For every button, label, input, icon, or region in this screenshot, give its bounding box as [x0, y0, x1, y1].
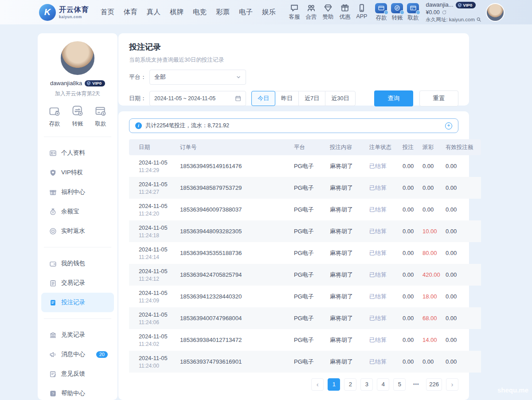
cell-payout: 0.00 — [418, 155, 441, 177]
cell-order-no: 1853639448093282305 — [176, 220, 289, 242]
sponsor-button[interactable]: 赞助 — [322, 4, 333, 21]
page-button[interactable]: 3 — [360, 378, 373, 391]
transfer-icon — [391, 3, 403, 13]
page-button[interactable]: 4 — [377, 378, 389, 391]
bank-icon — [49, 331, 57, 339]
deposit-button[interactable]: 存款 — [375, 3, 387, 22]
nav-link[interactable]: 体育 — [124, 8, 137, 17]
promo-button[interactable]: 优惠 — [339, 4, 350, 21]
cell-valid-amount: 0.00 — [441, 199, 481, 220]
nav-link[interactable]: 彩票 — [216, 8, 230, 17]
plus-circle-icon[interactable]: + — [445, 122, 452, 129]
page-button[interactable]: ••• — [410, 378, 422, 391]
nav-link[interactable]: 首页 — [101, 8, 114, 17]
next-page-button[interactable]: › — [446, 378, 458, 391]
cell-valid-amount: 0.00 — [441, 351, 481, 373]
nav-link[interactable]: 电竞 — [193, 8, 207, 17]
sidebar-item-feedback[interactable]: 意见反馈 — [41, 364, 114, 384]
withdraw-button[interactable]: 取款 — [94, 105, 107, 128]
cell-date: 2024-11-05 11:24:02 — [129, 329, 176, 351]
sidebar-item-profile[interactable]: 个人资料 — [41, 143, 114, 163]
reset-button[interactable]: 重置 — [419, 90, 458, 106]
date-range-input[interactable]: 2024-11-05 ~ 2024-11-05 — [149, 91, 246, 106]
customer-service-button[interactable]: 客服 — [289, 4, 300, 21]
sidebar-item-prize[interactable]: 兑奖记录 — [41, 325, 114, 345]
column-header: 有效投注额 — [441, 139, 481, 155]
table-row: 2024-11-05 11:24:14 1853639435355188736 … — [129, 242, 481, 264]
nav-link[interactable]: 棋牌 — [170, 8, 184, 17]
page-button[interactable]: 5 — [393, 378, 406, 391]
prev-page-button[interactable]: ‹ — [311, 378, 324, 391]
cell-valid-amount: 0.00 — [441, 242, 481, 264]
date-range-button[interactable]: 今日 — [251, 91, 275, 106]
help-icon: ? — [49, 390, 57, 397]
nav-link[interactable]: 电子 — [239, 8, 253, 17]
cell-order-no: 1853639435355188736 — [176, 242, 289, 264]
deposit-icon — [375, 3, 387, 13]
page-button[interactable]: 1 — [328, 378, 340, 391]
date-label: 日期： — [129, 94, 149, 102]
cell-platform: PG电子 — [289, 286, 325, 307]
bet-record-icon — [49, 299, 57, 306]
logo-icon: K — [39, 4, 56, 21]
table-row: 2024-11-05 11:24:18 1853639448093282305 … — [129, 220, 481, 242]
avatar[interactable] — [486, 3, 505, 22]
transfer-icon — [71, 105, 84, 117]
column-header: 平台 — [289, 139, 325, 155]
sidebar-item-yuebao[interactable]: 余额宝 — [41, 202, 114, 221]
username: dawanjia8ka — [50, 80, 82, 86]
sidebar-item-messages[interactable]: 消息中心 20 — [41, 345, 114, 364]
cell-platform: PG电子 — [289, 307, 325, 329]
date-range-button[interactable]: 昨日 — [275, 91, 299, 106]
cell-bet-amount: 0.00 — [398, 242, 418, 264]
cell-platform: PG电子 — [289, 242, 325, 264]
site-logo[interactable]: K 开云体育 kaiyun.com — [39, 4, 89, 21]
refresh-icon[interactable] — [442, 10, 447, 15]
sidebar-item-welfare[interactable]: 福利中心 — [41, 182, 114, 202]
cell-bet-content: 麻将胡了 — [325, 155, 365, 177]
cell-bet-amount: 0.00 — [398, 286, 418, 307]
sidebar-item-transactions[interactable]: 交易记录 — [41, 273, 114, 293]
balance: ¥0.00 — [426, 9, 439, 16]
column-header: 投注 — [398, 139, 418, 155]
cell-order-no: 1853639424705825794 — [176, 264, 289, 286]
sidebar-item-help[interactable]: ? 帮助中心 — [41, 384, 114, 400]
nav-link[interactable]: 娱乐 — [262, 8, 276, 17]
query-button[interactable]: 查询 — [374, 90, 413, 106]
cell-bet-content: 麻将胡了 — [325, 264, 365, 286]
deposit-icon — [48, 105, 61, 117]
withdraw-button[interactable]: 取款 — [407, 3, 419, 22]
search-icon[interactable] — [476, 17, 481, 22]
date-range-button[interactable]: 近7日 — [298, 91, 325, 106]
deposit-button[interactable]: 存款 — [48, 105, 61, 128]
sidebar-item-wallet[interactable]: 我的钱包 — [41, 254, 114, 273]
transfer-button[interactable]: 转账 — [391, 3, 403, 22]
cell-valid-amount: 0.00 — [441, 286, 481, 307]
cell-platform: PG电子 — [289, 177, 325, 199]
platform-select[interactable]: 全部 — [149, 70, 246, 85]
money-bag-icon — [49, 208, 57, 216]
cell-order-no: 1853639374793616901 — [176, 351, 289, 373]
avatar[interactable] — [60, 40, 95, 76]
sidebar-menu: 个人资料 VIP特权 福利中心 余额宝 实时返水 — [38, 140, 117, 244]
sidebar-item-vip[interactable]: VIP特权 — [41, 163, 114, 182]
date-range-button[interactable]: 近30日 — [325, 91, 355, 106]
cell-bet-amount: 0.00 — [398, 329, 418, 351]
sidebar-item-rebate[interactable]: 实时返水 — [41, 221, 114, 241]
app-download-button[interactable]: APP — [356, 4, 367, 21]
user-info[interactable]: dawanjia... VIP0 ¥0.00 永久网址: kaiyun.com — [426, 1, 481, 23]
cell-order-no: 1853639495149161476 — [176, 155, 289, 177]
chevron-down-icon — [236, 75, 241, 80]
partner-button[interactable]: 合营 — [305, 4, 317, 21]
cell-bet-amount: 0.00 — [398, 155, 418, 177]
page-button[interactable]: 226 — [426, 378, 442, 391]
page-button[interactable]: 2 — [344, 378, 356, 391]
sidebar-item-bets[interactable]: 投注记录 — [41, 293, 114, 312]
cell-status: 已结算 — [365, 220, 398, 242]
nav-link[interactable]: 真人 — [147, 8, 160, 17]
cell-status: 已结算 — [365, 242, 398, 264]
transfer-button[interactable]: 转账 — [71, 105, 84, 128]
withdraw-icon — [94, 105, 107, 117]
cell-bet-content: 麻将胡了 — [325, 286, 365, 307]
utility-nav: 客服 合营 赞助 优惠 APP — [289, 4, 367, 21]
